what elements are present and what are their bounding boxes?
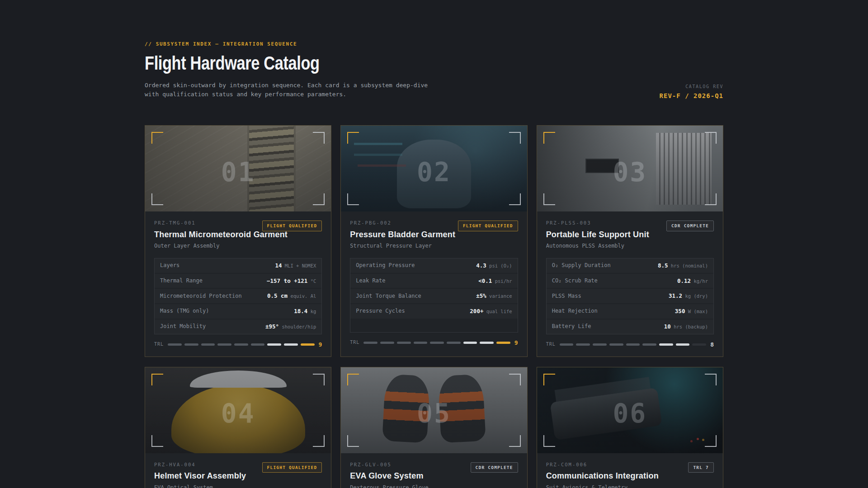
status-badge: FLIGHT QUALIFIED xyxy=(262,462,322,473)
trl-segment xyxy=(692,343,706,346)
trl-segment xyxy=(414,342,428,344)
frame-corner-top-right xyxy=(705,374,717,385)
card-photo: 02 xyxy=(341,126,527,211)
frame-corner-bottom-right xyxy=(509,193,521,205)
frame-corner-bottom-left xyxy=(543,435,555,447)
frame-corner-bottom-left xyxy=(543,193,555,205)
hardware-card[interactable]: 04 PRZ-HVA-004 Helmet Visor Assembly EVA… xyxy=(145,367,331,488)
trl-segment xyxy=(463,342,477,344)
trl-segment xyxy=(626,343,640,346)
page-container: // SUBSYSTEM INDEX — INTEGRATION SEQUENC… xyxy=(145,0,723,488)
catalog-rev-label: CATALOG REV xyxy=(660,84,723,89)
spec-table: Layers14 MLI + NOMEXThermal Range−157 to… xyxy=(154,258,322,334)
spec-row: Operating Pressure4.3 psi (O₂) xyxy=(350,258,517,274)
spec-label: CO₂ Scrub Rate xyxy=(552,278,598,284)
trl-segment xyxy=(593,343,607,346)
trl-label: TRL xyxy=(546,342,556,347)
spec-row: Layers14 MLI + NOMEX xyxy=(155,258,321,274)
spec-value: <0.1 psi/hr xyxy=(478,278,512,284)
card-photo: 06 xyxy=(537,367,723,453)
card-subtitle: Dexterous Pressure Glove xyxy=(350,484,518,488)
spec-value: 8.5 hrs (nominal) xyxy=(658,263,708,269)
frame-corner-bottom-right xyxy=(313,435,325,447)
card-body: PRZ-PBG-002 Pressure Bladder Garment Str… xyxy=(341,211,527,354)
trl-segment xyxy=(496,342,510,344)
hardware-card[interactable]: 05 PRZ-GLV-005 EVA Glove System Dexterou… xyxy=(340,367,527,488)
hardware-card[interactable]: 01 PRZ-TMG-001 Thermal Micrometeoroid Ga… xyxy=(145,125,331,357)
trl-segments xyxy=(363,342,510,344)
trl-segment xyxy=(609,343,623,346)
spec-row: Mass (TMG only)18.4 kg xyxy=(155,304,321,319)
spec-value: ±95° shoulder/hip xyxy=(265,324,316,330)
hardware-card[interactable]: 03 PRZ-PLSS-003 Portable Life Support Un… xyxy=(537,125,723,357)
spec-label: Leak Rate xyxy=(356,278,385,284)
spec-label: Micrometeoroid Protection xyxy=(160,293,242,299)
frame-corner-top-right xyxy=(509,374,521,385)
trl-number: 9 xyxy=(514,340,518,346)
frame-corner-top-right xyxy=(705,132,717,144)
spec-value: 0.5 cm equiv. Al xyxy=(267,293,316,299)
spec-value: 31.2 kg (dry) xyxy=(669,293,708,299)
trl-segment xyxy=(184,343,198,346)
spec-row: Leak Rate<0.1 psi/hr xyxy=(350,274,517,289)
card-index-number: 03 xyxy=(613,159,647,185)
frame-corner-top-right xyxy=(313,374,325,385)
catalog-grid: 01 PRZ-TMG-001 Thermal Micrometeoroid Ga… xyxy=(145,125,723,488)
spec-value: 4.3 psi (O₂) xyxy=(476,263,512,269)
spec-label: Operating Pressure xyxy=(356,263,415,268)
spec-row: CO₂ Scrub Rate0.12 kg/hr xyxy=(547,274,713,289)
card-index-number: 04 xyxy=(221,400,255,427)
trl-number: 9 xyxy=(319,342,322,347)
trl-meter: TRL 8 xyxy=(546,342,714,347)
trl-number: 8 xyxy=(710,342,714,347)
card-body: PRZ-HVA-004 Helmet Visor Assembly EVA Op… xyxy=(145,453,331,488)
card-index-number: 06 xyxy=(613,400,647,427)
trl-segment xyxy=(363,342,377,344)
frame-corner-bottom-left xyxy=(347,435,359,447)
card-photo: 03 xyxy=(537,126,723,211)
spec-label: Joint Mobility xyxy=(160,324,206,329)
spec-value: ±5% variance xyxy=(476,293,512,299)
trl-segment xyxy=(560,343,574,346)
trl-segment xyxy=(217,343,231,346)
frame-corner-bottom-left xyxy=(151,435,163,447)
hardware-card[interactable]: 02 PRZ-PBG-002 Pressure Bladder Garment … xyxy=(340,125,527,357)
trl-segment xyxy=(642,343,656,346)
trl-segment xyxy=(659,343,673,346)
spec-label: PLSS Mass xyxy=(552,293,581,299)
card-photo: 01 xyxy=(145,126,331,211)
frame-corner-bottom-right xyxy=(705,435,717,447)
trl-segment xyxy=(430,342,444,344)
trl-segment xyxy=(576,343,590,346)
hardware-card[interactable]: 06 PRZ-COM-006 Communications Integratio… xyxy=(537,367,723,488)
spec-value: 0.12 kg/hr xyxy=(677,278,708,284)
status-badge: FLIGHT QUALIFIED xyxy=(262,221,322,231)
spec-value: 14 MLI + NOMEX xyxy=(275,263,316,269)
section-eyebrow: // SUBSYSTEM INDEX — INTEGRATION SEQUENC… xyxy=(145,42,723,47)
spec-label: Pressure Cycles xyxy=(356,308,405,314)
frame-corner-bottom-left xyxy=(151,193,163,205)
catalog-revision: CATALOG REV REV-F / 2026-Q1 xyxy=(660,84,723,99)
spec-row: Joint Torque Balance±5% variance xyxy=(350,289,517,304)
card-subtitle: Outer Layer Assembly xyxy=(154,243,322,250)
page-header: // SUBSYSTEM INDEX — INTEGRATION SEQUENC… xyxy=(145,42,723,99)
trl-label: TRL xyxy=(350,340,359,345)
card-body: PRZ-GLV-005 EVA Glove System Dexterous P… xyxy=(341,453,527,488)
trl-segment xyxy=(201,343,215,346)
trl-segment xyxy=(676,343,690,346)
frame-corner-bottom-right xyxy=(509,435,521,447)
trl-segment xyxy=(301,343,315,346)
spec-row: Battery Life10 hrs (backup) xyxy=(547,319,713,334)
spec-table: O₂ Supply Duration8.5 hrs (nominal)CO₂ S… xyxy=(546,258,714,334)
trl-label: TRL xyxy=(154,342,164,347)
status-badge: CDR COMPLETE xyxy=(666,221,714,231)
spec-row: PLSS Mass31.2 kg (dry) xyxy=(547,289,713,304)
frame-corner-top-left xyxy=(151,374,163,385)
trl-segment xyxy=(251,343,265,346)
trl-segment xyxy=(480,342,494,344)
spec-value: 350 W (max) xyxy=(675,308,708,314)
card-index-number: 01 xyxy=(221,159,255,185)
frame-corner-top-left xyxy=(347,374,359,385)
frame-corner-bottom-right xyxy=(705,193,717,205)
card-index-number: 02 xyxy=(417,159,451,185)
